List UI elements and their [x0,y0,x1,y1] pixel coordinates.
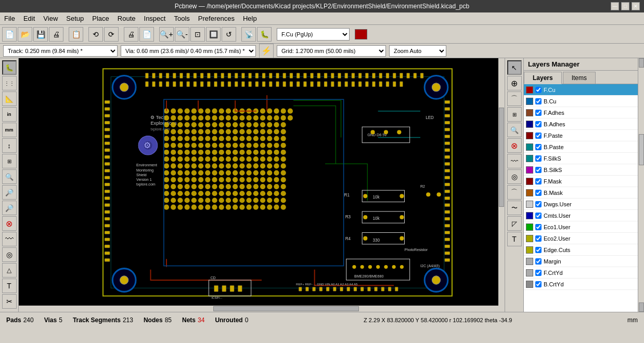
layer-row[interactable]: F.Mask [524,176,638,187]
arc-tool-button[interactable]: 〰 [2,232,17,246]
layer-visibility-checkbox[interactable] [535,144,542,150]
menu-help[interactable]: Help [239,12,261,24]
layer-row[interactable]: B.Cu [524,96,638,107]
grid-tool-button[interactable]: ⋮⋮ [2,76,17,90]
layer-selector[interactable]: F.Cu (PgUp) B.Cu (PgDn) [277,28,350,41]
text-tool-button[interactable]: T [2,279,17,293]
toolbar-btn-zoomin[interactable]: 🔍+ [159,27,174,42]
minimize-button[interactable]: — [611,2,619,10]
layer-visibility-checkbox[interactable] [535,155,542,162]
close-button[interactable]: ✕ [632,2,640,10]
layer-visibility-checkbox[interactable] [535,201,542,207]
maximize-button[interactable]: □ [621,2,629,10]
menu-preferences[interactable]: Preferences [194,12,239,24]
menu-edit[interactable]: Edit [19,12,39,24]
mm-tool-button[interactable]: mm [2,123,17,137]
menu-file[interactable]: File [0,12,19,24]
toolbar-btn-gerber[interactable]: 📄 [139,27,154,42]
grid-select[interactable]: Grid: 1.2700 mm (50.00 mils) [277,45,386,57]
layer-row[interactable]: B.SilkS [524,164,638,176]
rt-via-button[interactable]: ◎ [507,169,522,184]
tab-layers[interactable]: Layers [524,72,562,84]
layer-visibility-checkbox[interactable] [535,167,542,173]
rt-delete-button[interactable]: ⊗ [507,138,522,153]
layer-visibility-checkbox[interactable] [535,224,542,230]
canvas-vscroll[interactable] [498,58,505,306]
toolbar-btn-netlist[interactable]: 📡 [241,27,256,42]
measure-tool-button[interactable]: 📐 [2,91,17,106]
layer-visibility-checkbox[interactable] [535,270,542,276]
tab-items[interactable]: Items [563,72,596,84]
toolbar-btn-layercolor[interactable] [355,29,367,39]
edit-tool-button[interactable]: ✂ [2,294,17,309]
toolbar-btn-redo[interactable]: ⟳ [104,27,119,42]
rt-inspect-button[interactable]: 🔍 [507,123,522,137]
layer-visibility-checkbox[interactable] [535,258,542,265]
circle-tool-button[interactable]: ◎ [2,247,17,262]
layer-visibility-checkbox[interactable] [535,133,542,139]
layers-scrollbar[interactable] [638,58,644,312]
layer-row[interactable]: Dwgs.User [524,199,638,210]
inspect-tool-button[interactable]: 🔎 [2,185,17,200]
layer-row[interactable]: F.Adhes [524,107,638,118]
toolbar-btn-zoomarea[interactable]: 🔲 [206,27,221,42]
layer-visibility-checkbox[interactable] [535,121,542,127]
toolbar-btn-print[interactable]: 🖨 [49,27,63,42]
layer-visibility-checkbox[interactable] [535,178,542,184]
layer-row[interactable]: F.SilkS [524,153,638,164]
menu-route[interactable]: Route [113,12,140,24]
layer-visibility-checkbox[interactable] [535,213,542,219]
layer-visibility-checkbox[interactable] [535,235,542,242]
layer-visibility-checkbox[interactable] [535,190,542,196]
toolbar-btn-2[interactable]: 📂 [18,27,32,42]
via-select[interactable]: Via: 0.60 mm (23.6 mils)/ 0.40 mm (15.7 … [121,45,256,57]
rt-wave-button[interactable]: 〰 [507,154,522,168]
toolbar-btn-undo[interactable]: ⟲ [88,27,103,42]
rt-pads-button[interactable]: ⊞ [507,107,522,122]
layer-row[interactable]: Eco1.User [524,221,638,233]
cursor-tool-button[interactable]: ↕ [2,138,17,153]
layer-visibility-checkbox[interactable] [535,281,542,287]
toolbar-btn-refresh[interactable]: ↺ [222,27,236,42]
layer-row[interactable]: Edge.Cuts [524,244,638,256]
rt-tune-button[interactable]: 〜 [507,201,522,215]
rt-select-button[interactable]: ↖ [507,60,522,75]
rt-text-button[interactable]: T [507,232,522,246]
rt-arc-button[interactable]: ⌒ [507,185,522,200]
layer-row[interactable]: Eco2.User [524,233,638,244]
menu-inspect[interactable]: Inspect [140,12,170,24]
toolbar-btn-drc[interactable]: 🐛 [257,27,272,42]
zoom-select[interactable]: Zoom Auto [389,45,446,57]
search-tool-button[interactable]: 🔍 [2,169,17,184]
array-tool-button[interactable]: ⊞ [2,154,17,168]
netinspector-button[interactable]: ⚡ [259,44,274,58]
menu-tools[interactable]: Tools [170,12,194,24]
toolbar-btn-3[interactable]: 💾 [33,27,48,42]
layer-row[interactable]: B.CrtYd [524,279,638,290]
toolbar-btn-print2[interactable]: 🖨 [124,27,138,42]
toolbar-btn-zoomfit[interactable]: ⊡ [190,27,205,42]
polygon-tool-button[interactable]: △ [2,263,17,278]
layer-row[interactable]: B.Adhes [524,118,638,130]
canvas-hscroll[interactable] [19,306,505,312]
layer-row[interactable]: F.Cu [524,84,638,96]
layer-row[interactable]: Cmts.User [524,210,638,221]
select-tool-button[interactable]: 🐛 [2,60,17,75]
inch-tool-button[interactable]: in [2,107,17,122]
layer-visibility-checkbox[interactable] [535,98,542,104]
layer-visibility-checkbox[interactable] [535,247,542,253]
layer-row[interactable]: F.Paste [524,130,638,141]
toolbar-btn-1[interactable]: 📄 [2,27,17,42]
menu-place[interactable]: Place [88,12,113,24]
track-select[interactable]: Track: 0.250 mm (9.84 mils) * [3,45,118,57]
layer-visibility-checkbox[interactable] [535,110,542,116]
layer-row[interactable]: B.Paste [524,141,638,153]
highlight-tool-button[interactable]: 🔎 [2,201,17,215]
pcb-canvas[interactable]: ⚙ Tech Explorations txplore.com ⚙ Enviro… [19,58,505,312]
rt-shape-button[interactable]: ◸ [507,216,522,231]
menu-view[interactable]: View [39,12,62,24]
rt-add-button[interactable]: ⊕ [507,76,522,90]
no-tool-button[interactable]: ⊗ [2,216,17,231]
menu-setup[interactable]: Setup [62,12,88,24]
toolbar-btn-zoomout[interactable]: 🔍- [175,27,189,42]
